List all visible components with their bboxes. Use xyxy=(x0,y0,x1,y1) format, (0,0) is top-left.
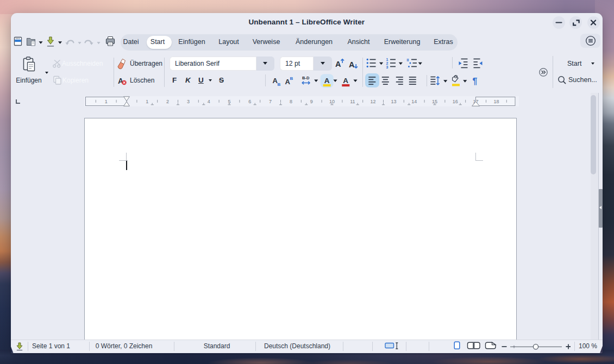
svg-text:3: 3 xyxy=(187,99,190,104)
svg-text:1: 1 xyxy=(146,99,148,104)
svg-text:II: II xyxy=(407,58,409,61)
svg-text:16: 16 xyxy=(453,99,458,104)
svg-text:1: 1 xyxy=(105,99,108,104)
svg-text:12: 12 xyxy=(371,99,376,104)
svg-text:A: A xyxy=(343,77,348,85)
svg-text:B: B xyxy=(290,76,293,80)
svg-text:13: 13 xyxy=(391,99,396,104)
svg-text:2: 2 xyxy=(166,99,169,104)
svg-text:A: A xyxy=(349,60,355,68)
svg-text:4: 4 xyxy=(208,99,210,104)
svg-text:18: 18 xyxy=(493,99,499,104)
svg-text:3: 3 xyxy=(386,65,389,69)
svg-text:11: 11 xyxy=(350,99,355,104)
svg-text:7: 7 xyxy=(269,99,272,104)
svg-text:A: A xyxy=(335,59,341,68)
svg-text:B: B xyxy=(278,81,281,86)
svg-text:6: 6 xyxy=(248,99,251,104)
svg-text:14: 14 xyxy=(411,99,417,104)
svg-text:¶: ¶ xyxy=(473,76,478,85)
svg-text:1: 1 xyxy=(386,58,389,61)
svg-text:9: 9 xyxy=(310,99,313,104)
svg-text:8: 8 xyxy=(290,99,292,104)
svg-text:A: A xyxy=(324,77,330,85)
svg-text:2: 2 xyxy=(386,61,389,65)
svg-text:B-D: B-D xyxy=(302,75,310,80)
